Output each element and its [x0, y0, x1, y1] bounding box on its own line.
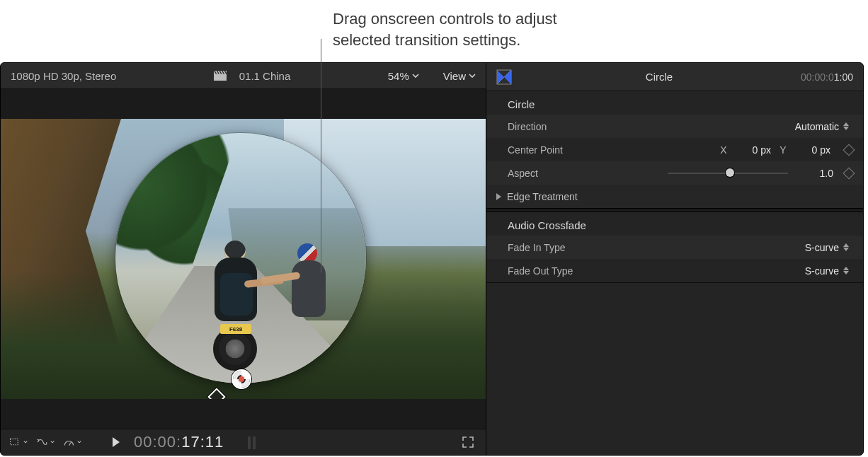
annotation-callout-line	[321, 39, 321, 272]
inspector-panel: Circle 00:00:01:00 Circle Direction Auto…	[486, 63, 863, 455]
transport-bar: 00:00:17:11	[1, 429, 486, 455]
param-label-center-point: Center Point	[508, 144, 607, 156]
chevron-down-icon	[50, 439, 55, 445]
center-x-field[interactable]: 0 px	[733, 143, 774, 157]
param-row-center-point: Center Point X 0 px Y 0 px	[486, 138, 863, 161]
param-row-direction: Direction Automatic	[486, 115, 863, 138]
onscreen-center-control[interactable]	[232, 369, 251, 389]
param-label-aspect: Aspect	[508, 168, 607, 179]
inspector-duration[interactable]: 00:00:01:00	[801, 71, 853, 83]
retime-tool-popup[interactable]	[36, 434, 55, 450]
direction-popup[interactable]: Automatic	[795, 121, 853, 132]
section-header-circle: Circle	[486, 91, 863, 115]
param-label-fade-in: Fade In Type	[508, 242, 607, 253]
license-plate: F638	[220, 324, 251, 334]
play-button[interactable]	[107, 434, 125, 450]
motorcycle-rider-front: F638	[200, 236, 285, 371]
clapperboard-icon	[214, 71, 227, 81]
viewer-canvas[interactable]: F638	[1, 119, 486, 399]
keyframe-button-center[interactable]	[843, 144, 855, 156]
fade-in-value: S-curve	[805, 242, 839, 253]
center-x-label: X	[719, 144, 729, 156]
viewer-toolbar: 1080p HD 30p, Stereo 01.1 China 54% View	[1, 63, 486, 89]
inspector-body: Circle Direction Automatic Center Point …	[486, 91, 863, 455]
param-row-edge-treatment[interactable]: Edge Treatment	[486, 185, 863, 208]
disclosure-triangle-icon[interactable]	[496, 193, 501, 200]
chevron-down-icon	[412, 72, 419, 79]
svg-rect-2	[11, 439, 18, 444]
aspect-slider[interactable]	[668, 168, 788, 179]
timecode-prefix: 00:00:	[134, 433, 181, 451]
aspect-value-field[interactable]: 1.0	[799, 168, 833, 179]
transition-circle-mask: F638	[115, 133, 366, 383]
view-label: View	[443, 70, 466, 82]
view-popup[interactable]: View	[443, 70, 476, 82]
param-label-direction: Direction	[508, 121, 607, 132]
param-row-aspect: Aspect 1.0	[486, 161, 863, 185]
motorcycle-rider-side	[282, 242, 346, 348]
center-y-field[interactable]: 0 px	[792, 143, 833, 157]
audio-meter[interactable]	[248, 435, 258, 449]
inspector-tc-main: 1:00	[834, 71, 853, 83]
transform-tool-popup[interactable]	[9, 434, 28, 450]
viewer-clip-name: 01.1 China	[239, 70, 291, 82]
play-icon	[113, 437, 120, 447]
viewer-timecode[interactable]: 00:00:17:11	[134, 433, 224, 451]
popup-arrows-icon	[843, 242, 850, 253]
viewer-panel: 1080p HD 30p, Stereo 01.1 China 54% View	[1, 63, 486, 455]
fullscreen-button[interactable]	[459, 434, 477, 450]
svg-line-3	[69, 442, 71, 446]
help-annotation: Drag onscreen controls to adjustselected…	[0, 0, 868, 62]
popup-arrows-icon	[843, 121, 850, 132]
zoom-value: 54%	[388, 70, 409, 82]
popup-arrows-icon	[843, 265, 850, 277]
inspector-title: Circle	[518, 71, 801, 83]
keyframe-button-aspect[interactable]	[843, 167, 855, 179]
svg-rect-0	[214, 74, 227, 81]
fullscreen-icon	[462, 436, 474, 449]
chevron-down-icon	[23, 439, 28, 445]
timecode-active: 17:11	[181, 433, 224, 451]
fade-out-value: S-curve	[805, 265, 839, 277]
inspector-header: Circle 00:00:01:00	[486, 63, 863, 91]
chevron-down-icon	[77, 439, 81, 445]
param-row-fade-in: Fade In Type S-curve	[486, 236, 863, 259]
speed-tool-popup[interactable]	[63, 434, 81, 450]
transition-icon	[496, 69, 512, 85]
annotation-text: Drag onscreen controls to adjustselected…	[333, 8, 557, 50]
section-header-audio-crossfade: Audio Crossfade	[486, 212, 863, 236]
fade-in-popup[interactable]: S-curve	[805, 242, 853, 253]
direction-value: Automatic	[795, 121, 839, 132]
row-divider	[486, 282, 863, 283]
center-y-label: Y	[778, 144, 788, 156]
fade-out-popup[interactable]: S-curve	[805, 265, 853, 277]
viewer-canvas-area: F638	[1, 89, 486, 429]
param-row-fade-out: Fade Out Type S-curve	[486, 259, 863, 282]
chevron-down-icon	[469, 72, 476, 79]
app-window: 1080p HD 30p, Stereo 01.1 China 54% View	[0, 62, 864, 456]
viewer-format-label: 1080p HD 30p, Stereo	[11, 70, 116, 82]
zoom-popup[interactable]: 54%	[388, 70, 419, 82]
inspector-tc-prefix: 00:00:0	[801, 71, 834, 83]
param-label-edge-treatment: Edge Treatment	[507, 191, 578, 202]
param-label-fade-out: Fade Out Type	[508, 265, 607, 277]
